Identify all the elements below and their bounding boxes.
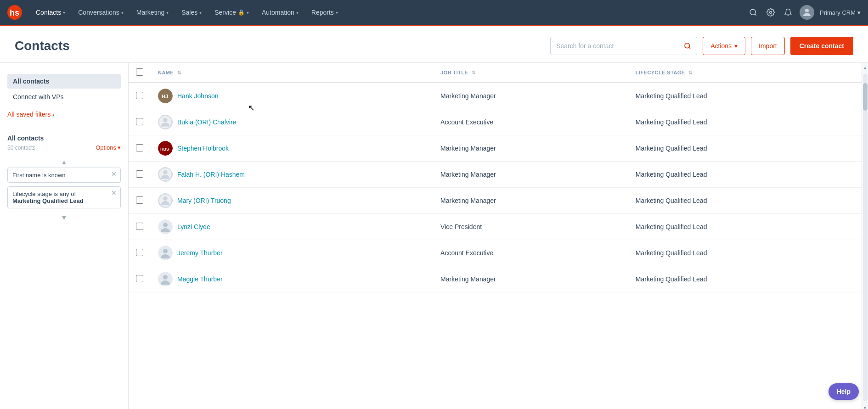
filter-tag-firstname: First name is known ✕ [7,168,121,183]
contact-name-link[interactable]: Stephen Holbrook [177,145,229,152]
contact-avatar: HBS [158,141,173,156]
contact-name-link[interactable]: Falah H. (ORI) Hashem [177,171,245,178]
row-job-title: Marketing Manager [433,266,628,292]
chevron-down-icon: ▾ [336,10,338,15]
settings-icon-button[interactable] [765,6,777,18]
options-button[interactable]: Options ▾ [96,144,121,151]
row-checkbox[interactable] [136,249,143,256]
help-button[interactable]: Help [829,383,859,400]
search-icon-button[interactable] [747,6,759,18]
scroll-down-arrow[interactable]: ▼ [7,212,121,223]
page-wrapper: Contacts ↖ Actions ▾ Import Create conta… [0,26,868,409]
actions-button[interactable]: Actions ▾ [703,37,745,55]
search-contact-input[interactable] [556,42,684,50]
row-checkbox-cell[interactable] [129,188,151,214]
table-scrollbar[interactable]: ▲ ▼ [862,63,868,409]
table-row: Jeremy ThurberAccount ExecutiveMarketing… [129,240,868,266]
svg-point-5 [805,9,809,12]
all-saved-filters-link[interactable]: All saved filters › [7,109,55,120]
scroll-up-arrow[interactable]: ▲ [7,157,121,168]
row-lifecycle-stage: Marketing Qualified Lead [628,135,868,162]
contact-avatar [158,167,173,182]
row-checkbox[interactable] [136,223,143,230]
select-all-header[interactable] [129,63,151,83]
scroll-up-arrow[interactable]: ▲ [862,63,868,72]
filter-tag-text: First name is known [12,172,66,179]
contact-name-link[interactable]: Hank Johnson [177,92,219,100]
hubspot-logo[interactable]: hs [7,5,22,20]
col-header-job-title[interactable]: JOB TITLE ⇅ [433,63,628,83]
main-content: All contacts Connect with VPs All saved … [0,63,868,409]
import-button[interactable]: Import [751,37,785,55]
row-checkbox-cell[interactable] [129,214,151,240]
filter-tag-value: Marketing Qualified Lead [12,197,116,204]
svg-text:HJ: HJ [162,94,168,99]
filter-area: ▲ First name is known ✕ Lifecycle stage … [7,157,121,223]
user-avatar[interactable] [800,5,814,20]
chevron-down-icon: ▾ [857,9,861,16]
row-checkbox-cell[interactable] [129,266,151,292]
contact-avatar [158,219,173,234]
svg-line-7 [689,47,690,49]
sidebar: All contacts Connect with VPs All saved … [0,63,129,409]
filter-remove-lifecycle[interactable]: ✕ [111,190,117,196]
row-job-title: Marketing Manager [433,188,628,214]
row-checkbox-cell[interactable] [129,135,151,162]
contacts-table-area: NAME ⇅ JOB TITLE ⇅ LIFECYCLE STAGE ⇅ [129,63,868,409]
row-lifecycle-stage: Marketing Qualified Lead [628,240,868,266]
chevron-down-icon: ▾ [118,144,121,151]
lock-icon: 🔒 [238,9,245,16]
row-name-cell: Jeremy Thurber [151,240,433,266]
filter-remove-firstname[interactable]: ✕ [111,171,117,177]
contacts-table: NAME ⇅ JOB TITLE ⇅ LIFECYCLE STAGE ⇅ [129,63,868,292]
search-contact-box[interactable] [550,37,697,55]
contacts-count-row: 50 contacts Options ▾ [7,144,121,151]
row-name-cell: Lynzi Clyde [151,214,433,240]
sidebar-section-title: All contacts [7,134,121,142]
account-switcher[interactable]: Primary CRM ▾ [820,9,861,16]
row-checkbox-cell[interactable] [129,109,151,135]
scroll-down-arrow[interactable]: ▼ [862,403,868,409]
nav-reports[interactable]: Reports ▾ [305,0,344,25]
row-name-cell: Mary (ORI) Truong [151,188,433,214]
contact-name-link[interactable]: Bukia (ORI) Chalvire [177,118,236,126]
nav-automation[interactable]: Automation ▾ [255,0,305,25]
col-header-lifecycle[interactable]: LIFECYCLE STAGE ⇅ [628,63,868,83]
contact-avatar: HJ [158,89,173,103]
table-body: HJHank JohnsonMarketing ManagerMarketing… [129,83,868,292]
row-checkbox[interactable] [136,144,143,151]
nav-service[interactable]: Service 🔒 ▾ [208,0,255,25]
svg-point-6 [685,43,690,48]
nav-conversations[interactable]: Conversations ▾ [72,0,130,25]
row-checkbox-cell[interactable] [129,240,151,266]
chevron-down-icon: ▾ [296,10,299,15]
search-submit-button[interactable] [684,42,691,50]
row-job-title: Marketing Manager [433,135,628,162]
row-checkbox[interactable] [136,92,143,99]
contact-avatar [158,193,173,208]
contact-name-link[interactable]: Mary (ORI) Truong [177,197,231,204]
nav-sales[interactable]: Sales ▾ [175,0,208,25]
contact-name-link[interactable]: Jeremy Thurber [177,249,223,257]
row-checkbox-cell[interactable] [129,162,151,188]
row-checkbox[interactable] [136,118,143,125]
col-header-name[interactable]: NAME ⇅ [151,63,433,83]
create-contact-button[interactable]: Create contact [790,37,853,55]
svg-point-17 [163,196,167,201]
nav-marketing[interactable]: Marketing ▾ [130,0,175,25]
sidebar-item-connect-vps[interactable]: Connect with VPs [7,90,121,104]
row-checkbox-cell[interactable] [129,83,151,109]
sidebar-item-all-contacts[interactable]: All contacts [7,74,121,89]
notifications-icon-button[interactable] [782,6,794,18]
nav-contacts[interactable]: Contacts ▾ [29,0,72,25]
row-checkbox[interactable] [136,170,143,178]
scrollbar-thumb[interactable] [863,83,868,111]
row-checkbox[interactable] [136,275,143,282]
contact-name-link[interactable]: Maggie Thurber [177,275,223,283]
contact-name-link[interactable]: Lynzi Clyde [177,223,210,230]
scrollbar-track[interactable] [863,74,868,401]
svg-text:hs: hs [10,8,19,17]
svg-text:HBS: HBS [160,147,169,151]
select-all-checkbox[interactable] [136,68,143,76]
row-checkbox[interactable] [136,196,143,204]
